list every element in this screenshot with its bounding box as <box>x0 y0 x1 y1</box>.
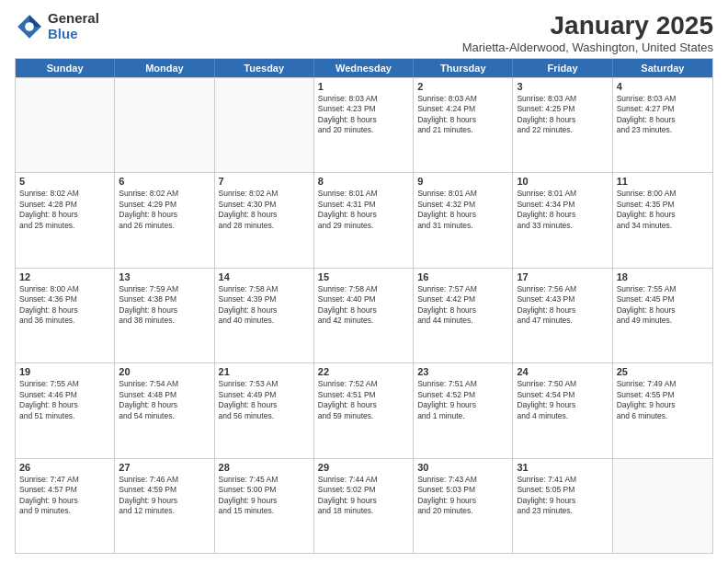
calendar-cell: 31Sunrise: 7:41 AM Sunset: 5:05 PM Dayli… <box>513 459 612 553</box>
weekday-header: Thursday <box>414 59 513 77</box>
day-info: Sunrise: 7:46 AM Sunset: 4:59 PM Dayligh… <box>119 475 210 517</box>
logo-general-label: General <box>48 11 99 27</box>
calendar-cell: 27Sunrise: 7:46 AM Sunset: 4:59 PM Dayli… <box>115 459 214 553</box>
day-info: Sunrise: 7:55 AM Sunset: 4:45 PM Dayligh… <box>617 284 709 327</box>
calendar-cell: 29Sunrise: 7:44 AM Sunset: 5:02 PM Dayli… <box>314 459 414 553</box>
day-info: Sunrise: 7:55 AM Sunset: 4:46 PM Dayligh… <box>19 379 110 421</box>
calendar-week-row: 5Sunrise: 8:02 AM Sunset: 4:28 PM Daylig… <box>16 172 712 267</box>
day-info: Sunrise: 7:58 AM Sunset: 4:39 PM Dayligh… <box>219 284 310 327</box>
calendar-cell: 9Sunrise: 8:01 AM Sunset: 4:32 PM Daylig… <box>414 173 513 267</box>
day-number: 26 <box>19 462 110 473</box>
day-info: Sunrise: 8:02 AM Sunset: 4:29 PM Dayligh… <box>119 189 210 231</box>
calendar-cell: 18Sunrise: 7:55 AM Sunset: 4:45 PM Dayli… <box>613 269 712 362</box>
day-info: Sunrise: 8:03 AM Sunset: 4:25 PM Dayligh… <box>517 94 608 136</box>
day-number: 30 <box>417 462 508 473</box>
day-number: 1 <box>318 81 409 92</box>
calendar-body: 1Sunrise: 8:03 AM Sunset: 4:23 PM Daylig… <box>16 77 712 553</box>
calendar-cell: 17Sunrise: 7:56 AM Sunset: 4:43 PM Dayli… <box>513 269 612 362</box>
day-number: 6 <box>119 176 210 187</box>
day-number: 16 <box>417 271 508 282</box>
day-number: 24 <box>517 366 608 377</box>
calendar-cell: 28Sunrise: 7:45 AM Sunset: 5:00 PM Dayli… <box>215 459 314 553</box>
weekday-header: Monday <box>115 59 214 77</box>
calendar-cell: 3Sunrise: 8:03 AM Sunset: 4:25 PM Daylig… <box>513 78 612 172</box>
calendar-cell: 4Sunrise: 8:03 AM Sunset: 4:27 PM Daylig… <box>613 78 712 172</box>
day-number: 10 <box>517 176 608 187</box>
calendar-cell: 22Sunrise: 7:52 AM Sunset: 4:51 PM Dayli… <box>314 363 414 457</box>
day-info: Sunrise: 8:02 AM Sunset: 4:28 PM Dayligh… <box>19 189 110 231</box>
day-info: Sunrise: 7:52 AM Sunset: 4:51 PM Dayligh… <box>318 379 409 421</box>
day-number: 13 <box>119 271 210 282</box>
calendar-cell: 7Sunrise: 8:02 AM Sunset: 4:30 PM Daylig… <box>215 173 314 267</box>
logo-text: General Blue <box>48 11 99 41</box>
calendar-week-row: 12Sunrise: 8:00 AM Sunset: 4:36 PM Dayli… <box>16 268 712 362</box>
calendar-cell: 6Sunrise: 8:02 AM Sunset: 4:29 PM Daylig… <box>115 173 214 267</box>
calendar-cell: 12Sunrise: 8:00 AM Sunset: 4:36 PM Dayli… <box>16 269 115 362</box>
location-title: Marietta-Alderwood, Washington, United S… <box>462 40 713 54</box>
logo-blue-label: Blue <box>48 27 99 42</box>
day-info: Sunrise: 7:54 AM Sunset: 4:48 PM Dayligh… <box>119 379 210 421</box>
day-number: 25 <box>617 366 709 377</box>
calendar-cell <box>215 78 314 172</box>
day-number: 27 <box>119 462 210 473</box>
weekday-header: Wednesday <box>314 59 414 77</box>
day-number: 23 <box>417 366 508 377</box>
header: General Blue January 2025 Marietta-Alder… <box>15 11 713 54</box>
calendar-cell: 13Sunrise: 7:59 AM Sunset: 4:38 PM Dayli… <box>115 269 214 362</box>
calendar: SundayMondayTuesdayWednesdayThursdayFrid… <box>15 58 713 554</box>
day-info: Sunrise: 8:01 AM Sunset: 4:31 PM Dayligh… <box>318 189 409 231</box>
calendar-cell: 16Sunrise: 7:57 AM Sunset: 4:42 PM Dayli… <box>414 269 513 362</box>
calendar-cell: 11Sunrise: 8:00 AM Sunset: 4:35 PM Dayli… <box>613 173 712 267</box>
day-number: 20 <box>119 366 210 377</box>
calendar-cell: 20Sunrise: 7:54 AM Sunset: 4:48 PM Dayli… <box>115 363 214 457</box>
day-number: 2 <box>417 81 508 92</box>
day-info: Sunrise: 7:43 AM Sunset: 5:03 PM Dayligh… <box>417 475 508 517</box>
day-info: Sunrise: 8:00 AM Sunset: 4:36 PM Dayligh… <box>19 284 110 327</box>
day-number: 5 <box>19 176 110 187</box>
day-number: 4 <box>617 81 709 92</box>
calendar-cell: 8Sunrise: 8:01 AM Sunset: 4:31 PM Daylig… <box>314 173 414 267</box>
day-info: Sunrise: 7:47 AM Sunset: 4:57 PM Dayligh… <box>19 475 110 517</box>
logo: General Blue <box>15 11 99 41</box>
weekday-header: Saturday <box>613 59 712 77</box>
day-number: 31 <box>517 462 608 473</box>
page: General Blue January 2025 Marietta-Alder… <box>0 0 728 563</box>
day-info: Sunrise: 8:01 AM Sunset: 4:32 PM Dayligh… <box>417 189 508 231</box>
day-number: 14 <box>219 271 310 282</box>
calendar-header: SundayMondayTuesdayWednesdayThursdayFrid… <box>16 59 712 77</box>
day-info: Sunrise: 8:00 AM Sunset: 4:35 PM Dayligh… <box>617 189 709 231</box>
day-info: Sunrise: 7:51 AM Sunset: 4:52 PM Dayligh… <box>417 379 508 421</box>
day-info: Sunrise: 7:56 AM Sunset: 4:43 PM Dayligh… <box>517 284 608 327</box>
day-number: 11 <box>617 176 709 187</box>
day-info: Sunrise: 7:57 AM Sunset: 4:42 PM Dayligh… <box>417 284 508 327</box>
day-info: Sunrise: 8:03 AM Sunset: 4:27 PM Dayligh… <box>617 94 709 136</box>
day-number: 9 <box>417 176 508 187</box>
calendar-cell: 10Sunrise: 8:01 AM Sunset: 4:34 PM Dayli… <box>513 173 612 267</box>
day-info: Sunrise: 7:59 AM Sunset: 4:38 PM Dayligh… <box>119 284 210 327</box>
day-info: Sunrise: 7:53 AM Sunset: 4:49 PM Dayligh… <box>219 379 310 421</box>
title-block: January 2025 Marietta-Alderwood, Washing… <box>462 11 713 54</box>
day-info: Sunrise: 7:44 AM Sunset: 5:02 PM Dayligh… <box>318 475 409 517</box>
day-info: Sunrise: 8:03 AM Sunset: 4:23 PM Dayligh… <box>318 94 409 136</box>
logo-icon <box>15 12 44 41</box>
calendar-cell: 23Sunrise: 7:51 AM Sunset: 4:52 PM Dayli… <box>414 363 513 457</box>
calendar-cell: 1Sunrise: 8:03 AM Sunset: 4:23 PM Daylig… <box>314 78 414 172</box>
calendar-cell: 21Sunrise: 7:53 AM Sunset: 4:49 PM Dayli… <box>215 363 314 457</box>
calendar-cell: 30Sunrise: 7:43 AM Sunset: 5:03 PM Dayli… <box>414 459 513 553</box>
calendar-week-row: 26Sunrise: 7:47 AM Sunset: 4:57 PM Dayli… <box>16 458 712 553</box>
calendar-cell: 5Sunrise: 8:02 AM Sunset: 4:28 PM Daylig… <box>16 173 115 267</box>
day-number: 19 <box>19 366 110 377</box>
calendar-cell <box>613 459 712 553</box>
calendar-cell <box>16 78 115 172</box>
day-info: Sunrise: 7:50 AM Sunset: 4:54 PM Dayligh… <box>517 379 608 421</box>
calendar-cell: 15Sunrise: 7:58 AM Sunset: 4:40 PM Dayli… <box>314 269 414 362</box>
month-title: January 2025 <box>462 11 713 40</box>
calendar-cell: 24Sunrise: 7:50 AM Sunset: 4:54 PM Dayli… <box>513 363 612 457</box>
day-info: Sunrise: 8:01 AM Sunset: 4:34 PM Dayligh… <box>517 189 608 231</box>
calendar-week-row: 1Sunrise: 8:03 AM Sunset: 4:23 PM Daylig… <box>16 77 712 172</box>
day-number: 15 <box>318 271 409 282</box>
day-number: 22 <box>318 366 409 377</box>
day-number: 21 <box>219 366 310 377</box>
day-info: Sunrise: 8:03 AM Sunset: 4:24 PM Dayligh… <box>417 94 508 136</box>
day-number: 29 <box>318 462 409 473</box>
